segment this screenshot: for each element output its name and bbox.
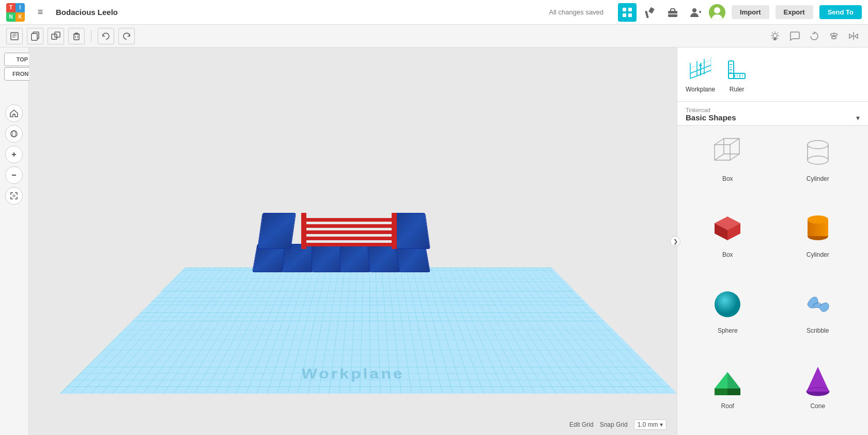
svg-line-69 [730, 138, 739, 145]
comment-btn[interactable] [786, 28, 803, 44]
menu-icon-btn[interactable]: ≡ [31, 3, 50, 22]
mirror-icon [848, 31, 859, 41]
shape-sphere[interactable]: Sphere [686, 284, 770, 353]
mirror-btn[interactable] [845, 28, 862, 44]
edit-grid-btn[interactable]: Edit Grid [569, 421, 594, 428]
add-user-btn[interactable] [686, 3, 705, 22]
svg-rect-22 [74, 34, 79, 40]
user-avatar[interactable] [709, 4, 725, 21]
collapse-arrow-icon: ❯ [673, 238, 678, 245]
shape-cylinder-solid[interactable]: Cylinder [776, 208, 860, 277]
fit-icon [10, 192, 18, 200]
right-panel: ❯ [677, 48, 868, 435]
shapes-source: Tinkercad [686, 107, 860, 113]
svg-rect-14 [11, 33, 18, 40]
svg-rect-21 [55, 32, 60, 37]
topbar: T I N K ≡ Bodacious Leelo All changes sa… [0, 0, 868, 25]
comment-icon [789, 31, 800, 41]
zoom-out-icon [10, 171, 18, 179]
snap-grid-value[interactable]: 1.0 mm ▾ [634, 420, 667, 430]
shape-cylinder-solid-label: Cylinder [807, 251, 829, 258]
grid-view-btn[interactable] [618, 3, 637, 22]
hammer-btn[interactable] [641, 3, 659, 22]
new-icon [10, 32, 19, 41]
shape-cylinder-solid-icon [797, 208, 839, 249]
model-container[interactable] [255, 208, 451, 280]
delete-icon [72, 32, 81, 41]
delete-btn[interactable] [68, 28, 85, 44]
new-btn[interactable] [6, 28, 23, 44]
workplane-tool-label: Workplane [686, 86, 715, 93]
shapes-dropdown-arrow[interactable]: ▾ [856, 114, 860, 122]
shape-box-wireframe[interactable]: Box [686, 132, 770, 201]
svg-rect-3 [628, 13, 632, 17]
ruler-tool[interactable]: Ruler [723, 56, 750, 93]
svg-marker-84 [727, 389, 740, 395]
svg-line-70 [730, 154, 739, 160]
zoom-in-btn[interactable] [5, 146, 23, 163]
shape-scribble[interactable]: Scribble [776, 284, 860, 353]
blue-block-left [257, 213, 296, 249]
toolbar-separator-1 [91, 30, 91, 42]
svg-rect-67 [724, 138, 739, 154]
svg-marker-86 [727, 372, 740, 389]
rotate-btn[interactable] [806, 28, 823, 44]
shape-box-wireframe-label: Box [722, 175, 733, 182]
svg-rect-19 [32, 34, 37, 40]
project-title[interactable]: Bodacious Leelo [56, 8, 296, 17]
hammer-icon [644, 7, 656, 18]
svg-marker-39 [849, 34, 853, 38]
viewport[interactable]: Workplane Edit Grid Snap G [29, 48, 677, 435]
svg-rect-4 [648, 7, 655, 13]
light-btn[interactable] [767, 28, 783, 44]
fit-view-btn[interactable] [5, 187, 23, 205]
shape-scribble-icon [797, 284, 839, 325]
zoom-out-btn[interactable] [5, 166, 23, 184]
workplane-tool[interactable]: Workplane [686, 56, 715, 93]
topbar-right [618, 3, 725, 22]
copy-btn[interactable] [27, 28, 43, 44]
briefcase-btn[interactable] [663, 3, 682, 22]
save-status: All changes saved [549, 8, 604, 16]
blue-block-4 [340, 244, 371, 272]
svg-point-46 [13, 195, 15, 197]
align-btn[interactable] [826, 28, 842, 44]
shape-cylinder-wireframe[interactable]: Cylinder [776, 132, 860, 201]
shape-box-solid[interactable]: Box [686, 208, 770, 277]
shape-sphere-label: Sphere [718, 327, 738, 334]
duplicate-icon [51, 32, 60, 41]
redo-btn[interactable] [118, 28, 135, 44]
undo-btn[interactable] [98, 28, 114, 44]
rotate-icon [809, 31, 819, 41]
collapse-arrow[interactable]: ❯ [670, 236, 680, 246]
export-button[interactable]: Export [776, 5, 813, 19]
svg-rect-5 [645, 10, 648, 18]
ruler-svg-icon [724, 57, 749, 82]
shape-cone[interactable]: Cone [776, 359, 860, 429]
svg-line-33 [778, 33, 779, 34]
svg-line-68 [715, 138, 724, 145]
ruler-tool-icon [723, 56, 750, 83]
shapes-category: Basic Shapes ▾ [686, 113, 860, 122]
sendto-button[interactable]: Send To [819, 5, 862, 19]
svg-marker-40 [855, 34, 858, 38]
red-bar-2 [304, 224, 394, 228]
duplicate-btn[interactable] [48, 28, 64, 44]
svg-line-71 [715, 154, 724, 160]
shape-cylinder-wireframe-label: Cylinder [807, 175, 829, 182]
shape-roof[interactable]: Roof [686, 359, 770, 429]
light-icon [770, 31, 780, 41]
bottom-status: Edit Grid Snap Grid 1.0 mm ▾ [569, 420, 667, 430]
svg-marker-85 [715, 372, 727, 389]
shape-box-solid-icon [707, 208, 748, 249]
home-btn[interactable] [5, 104, 23, 122]
logo-t: T [6, 3, 16, 12]
svg-point-25 [773, 34, 777, 38]
tinkercad-logo[interactable]: T I N K [6, 3, 25, 22]
align-icon [829, 31, 839, 41]
red-bar-5 [304, 243, 394, 246]
svg-rect-20 [52, 34, 57, 39]
rotate-view-btn[interactable] [5, 125, 23, 143]
red-bar-4 [304, 237, 394, 240]
import-button[interactable]: Import [732, 5, 769, 19]
